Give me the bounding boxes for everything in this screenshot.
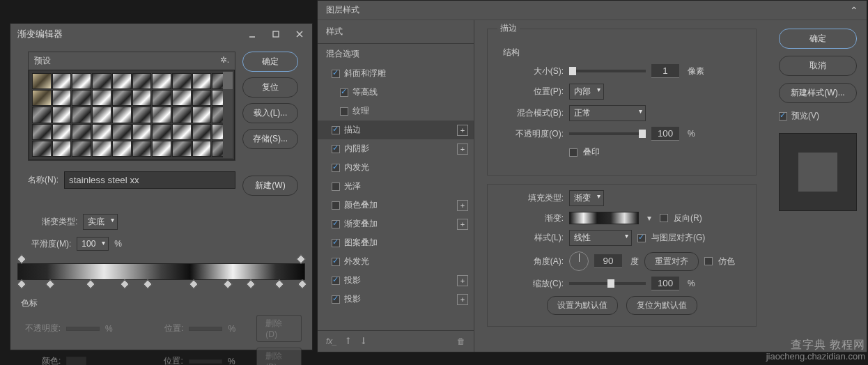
overprint-checkbox[interactable] xyxy=(569,148,578,157)
scale-input[interactable] xyxy=(651,277,679,290)
plus-icon[interactable]: + xyxy=(457,219,468,230)
preset-swatch[interactable] xyxy=(172,124,192,140)
preset-swatch[interactable] xyxy=(172,73,192,89)
collapse-icon[interactable]: ⌃ xyxy=(850,5,858,16)
filltype-select[interactable]: 渐变 xyxy=(569,190,604,206)
preset-swatch[interactable] xyxy=(152,90,171,106)
preset-scrollbar[interactable] xyxy=(223,72,233,158)
preset-swatch[interactable] xyxy=(192,124,212,140)
style-item-inner-glow[interactable]: 内发光 xyxy=(318,158,474,177)
preset-swatch[interactable] xyxy=(92,107,111,123)
save-button[interactable]: 存储(S)... xyxy=(242,129,298,149)
checkbox[interactable] xyxy=(332,201,340,210)
preset-swatch[interactable] xyxy=(172,141,192,157)
checkbox[interactable] xyxy=(332,70,340,78)
reverse-checkbox[interactable] xyxy=(660,214,668,222)
color-stop[interactable] xyxy=(143,279,153,289)
preset-swatch[interactable] xyxy=(72,124,91,140)
preset-swatch[interactable] xyxy=(152,124,171,140)
color-stop[interactable] xyxy=(17,279,26,289)
color-stop[interactable] xyxy=(45,279,55,289)
position-select[interactable]: 内部 xyxy=(569,84,604,100)
preset-swatch[interactable] xyxy=(112,90,132,106)
arrow-up-icon[interactable]: 🠕 xyxy=(344,336,352,346)
cancel-button[interactable]: 取消 xyxy=(779,56,857,76)
preset-swatch[interactable] xyxy=(72,73,91,89)
preset-swatch[interactable] xyxy=(72,90,91,106)
reset-default-button[interactable]: 复位为默认值 xyxy=(626,296,697,315)
gear-icon[interactable]: ✲. xyxy=(220,55,229,67)
style-item-drop-shadow[interactable]: 投影+ xyxy=(318,271,474,290)
checkbox[interactable] xyxy=(332,145,340,153)
align-checkbox[interactable] xyxy=(637,234,646,242)
checkbox[interactable] xyxy=(332,258,340,266)
size-slider[interactable] xyxy=(569,70,646,72)
set-default-button[interactable]: 设置为默认值 xyxy=(547,296,618,315)
chevron-down-icon[interactable]: ▾ xyxy=(644,213,654,223)
color-stop[interactable] xyxy=(274,279,284,289)
style-item-stroke[interactable]: 描边+ xyxy=(318,121,474,139)
dither-checkbox[interactable] xyxy=(704,257,713,265)
delete-button[interactable]: 删除(D) xyxy=(256,348,302,365)
angle-input[interactable] xyxy=(594,254,622,268)
new-style-button[interactable]: 新建样式(W)... xyxy=(779,83,857,103)
style-select[interactable]: 线性 xyxy=(569,230,632,246)
preset-swatch[interactable] xyxy=(132,73,152,89)
angle-dial[interactable] xyxy=(569,251,589,271)
plus-icon[interactable]: + xyxy=(457,125,468,136)
ok-button[interactable]: 确定 xyxy=(242,52,298,72)
preset-grid[interactable] xyxy=(29,70,235,160)
preset-swatch[interactable] xyxy=(32,124,52,140)
checkbox[interactable] xyxy=(332,126,340,134)
preset-swatch[interactable] xyxy=(152,141,171,157)
preset-swatch[interactable] xyxy=(92,73,111,89)
arrow-down-icon[interactable]: 🠗 xyxy=(359,336,368,346)
style-item-bevel[interactable]: 斜面和浮雕 xyxy=(318,64,474,83)
preset-swatch[interactable] xyxy=(132,141,152,157)
preset-swatch[interactable] xyxy=(52,107,72,123)
preset-swatch[interactable] xyxy=(52,124,72,140)
opacity-slider[interactable] xyxy=(569,132,646,135)
style-item-pattern-overlay[interactable]: 图案叠加 xyxy=(318,233,474,252)
plus-icon[interactable]: + xyxy=(457,200,468,211)
preset-swatch[interactable] xyxy=(32,141,52,157)
style-item-contour[interactable]: 等高线 xyxy=(318,83,474,102)
preset-swatch[interactable] xyxy=(52,73,72,89)
preset-swatch[interactable] xyxy=(112,141,132,157)
checkbox[interactable] xyxy=(332,220,340,228)
checkbox[interactable] xyxy=(332,295,340,304)
preset-swatch[interactable] xyxy=(192,90,212,106)
trash-icon[interactable]: 🗑 xyxy=(457,336,465,346)
styles-header[interactable]: 样式 xyxy=(318,20,474,44)
style-item-color-overlay[interactable]: 颜色叠加+ xyxy=(318,196,474,215)
plus-icon[interactable]: + xyxy=(457,143,468,155)
color-stop[interactable] xyxy=(297,279,307,289)
preset-swatch[interactable] xyxy=(52,90,72,106)
preset-swatch[interactable] xyxy=(192,141,212,157)
style-item-satin[interactable]: 光泽 xyxy=(318,177,474,196)
maximize-button[interactable] xyxy=(270,29,281,40)
reset-align-button[interactable]: 重置对齐 xyxy=(644,252,699,271)
style-item-outer-glow[interactable]: 外发光 xyxy=(318,252,474,271)
opacity-stop[interactable] xyxy=(17,254,26,264)
preset-swatch[interactable] xyxy=(132,90,152,106)
color-stop[interactable] xyxy=(189,279,199,289)
ok-button[interactable]: 确定 xyxy=(779,29,857,49)
smooth-select[interactable]: 100 xyxy=(77,237,109,251)
preset-swatch[interactable] xyxy=(132,107,152,123)
gradient-preview[interactable] xyxy=(569,212,639,224)
preset-swatch[interactable] xyxy=(32,73,52,89)
load-button[interactable]: 载入(L)... xyxy=(242,103,298,123)
preset-swatch[interactable] xyxy=(72,141,91,157)
style-item-inner-shadow[interactable]: 内阴影+ xyxy=(318,139,474,158)
style-item-gradient-overlay[interactable]: 渐变叠加+ xyxy=(318,215,474,233)
color-stop[interactable] xyxy=(223,279,233,289)
gradient-bar[interactable] xyxy=(17,263,305,280)
checkbox[interactable] xyxy=(340,107,348,116)
preset-swatch[interactable] xyxy=(92,90,111,106)
plus-icon[interactable]: + xyxy=(457,294,468,305)
reset-button[interactable]: 复位 xyxy=(242,77,298,98)
preset-swatch[interactable] xyxy=(152,107,171,123)
preset-swatch[interactable] xyxy=(172,107,192,123)
scale-slider[interactable] xyxy=(569,282,646,285)
